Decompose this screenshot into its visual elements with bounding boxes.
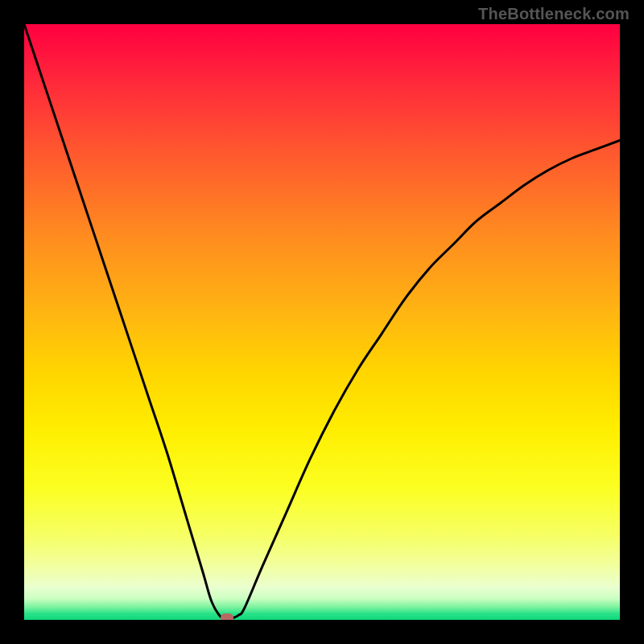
optimum-marker [221, 613, 233, 620]
watermark: TheBottleneck.com [478, 5, 630, 23]
chart-frame: TheBottleneck.com [0, 0, 644, 644]
bottleneck-curve [24, 24, 620, 620]
plot-area [24, 24, 620, 620]
